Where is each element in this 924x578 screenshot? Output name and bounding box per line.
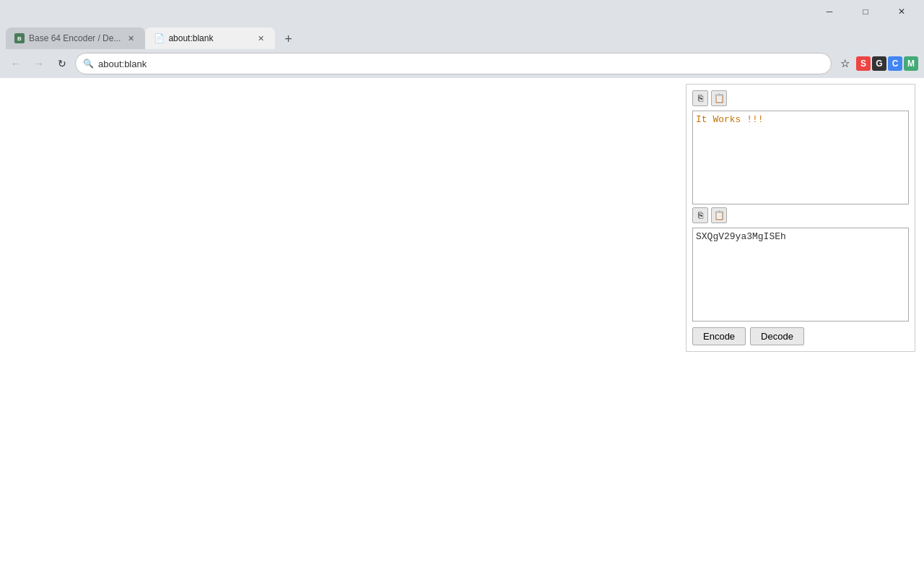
input-textarea[interactable] <box>692 111 909 204</box>
output-copy-button[interactable]: ⎘ <box>692 207 708 223</box>
window-controls: ─ □ ✕ <box>813 0 918 23</box>
input-paste-button[interactable]: 📋 <box>711 90 727 106</box>
paste-icon-2: 📋 <box>714 210 725 220</box>
close-button[interactable]: ✕ <box>885 0 918 23</box>
page-content: ⎘ 📋 ⎘ 📋 Encode Decode <box>0 78 924 578</box>
output-paste-button[interactable]: 📋 <box>711 207 727 223</box>
encoder-favicon-icon: B <box>14 33 25 43</box>
tab-favicon-encoder: B <box>14 33 25 43</box>
maximize-button[interactable]: □ <box>849 0 882 23</box>
input-icons-row: ⎘ 📋 <box>692 90 909 106</box>
tab-encoder-close[interactable]: ✕ <box>125 33 136 44</box>
bookmark-button[interactable]: ☆ <box>834 53 855 74</box>
paste-icon: 📋 <box>714 93 725 103</box>
copy-icon: ⎘ <box>698 93 703 103</box>
action-buttons-row: Encode Decode <box>692 327 909 345</box>
address-icon: 🔍 <box>83 59 94 69</box>
encode-button[interactable]: Encode <box>692 327 746 345</box>
address-bar-wrapper: 🔍 <box>75 53 832 74</box>
tab-bar: B Base 64 Encoder / De... ✕ 📄 about:blan… <box>0 23 924 49</box>
input-copy-button[interactable]: ⎘ <box>692 90 708 106</box>
forward-button[interactable]: → <box>29 53 49 74</box>
address-input[interactable] <box>98 59 824 69</box>
tab-encoder-title: Base 64 Encoder / De... <box>29 33 121 43</box>
tab-blank[interactable]: 📄 about:blank ✕ <box>145 27 275 49</box>
extension-m-button[interactable]: M <box>904 56 918 71</box>
browser-chrome: ─ □ ✕ B Base 64 Encoder / De... ✕ 📄 abou… <box>0 0 924 78</box>
reload-button[interactable]: ↻ <box>52 53 72 74</box>
decode-button[interactable]: Decode <box>750 327 804 345</box>
new-tab-button[interactable]: + <box>278 29 298 49</box>
tab-blank-close[interactable]: ✕ <box>255 33 266 44</box>
tab-blank-title: about:blank <box>168 33 250 43</box>
output-textarea[interactable] <box>692 228 909 322</box>
extension-s-button[interactable]: S <box>856 56 871 71</box>
output-icons-row: ⎘ 📋 <box>692 207 909 223</box>
extension-g-button[interactable]: G <box>872 56 886 71</box>
copy-icon-2: ⎘ <box>698 210 703 220</box>
title-bar: ─ □ ✕ <box>0 0 924 23</box>
extension-c-button[interactable]: C <box>888 56 902 71</box>
encoder-panel: ⎘ 📋 ⎘ 📋 Encode Decode <box>686 84 915 352</box>
back-button[interactable]: ← <box>6 53 26 74</box>
address-bar: ← → ↻ 🔍 ☆ S G C M <box>0 49 924 78</box>
tab-encoder[interactable]: B Base 64 Encoder / De... ✕ <box>6 27 145 49</box>
toolbar-icons: ☆ S G C M <box>834 53 918 74</box>
minimize-button[interactable]: ─ <box>813 0 846 23</box>
blank-favicon-icon: 📄 <box>154 33 164 43</box>
tab-favicon-blank: 📄 <box>154 33 164 43</box>
